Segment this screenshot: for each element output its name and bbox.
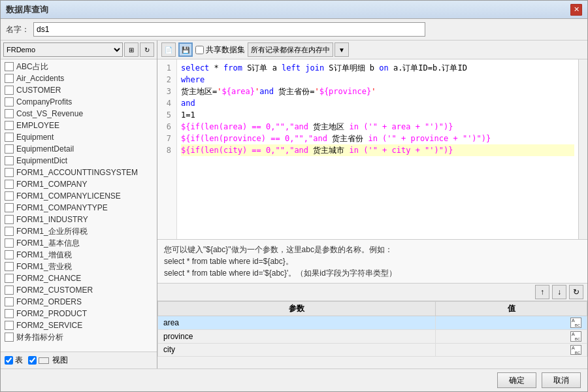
tree-item-label: FORM2_CUSTOMER	[16, 286, 93, 295]
view-checkbox-item[interactable]: 视图	[28, 355, 68, 366]
table-icon	[5, 203, 14, 212]
tree-item[interactable]: Air_Accidents	[1, 73, 157, 84]
tree-item[interactable]: FORM2_CUSTOMER	[1, 284, 157, 296]
tree-item[interactable]: FORM1_基本信息	[1, 237, 157, 249]
left-toolbar: FRDemo ⊞ ↻	[1, 41, 157, 59]
shared-dataset-label: 共享数据集	[206, 44, 245, 56]
view-checkbox[interactable]	[28, 356, 37, 365]
tree-item-label: FORM2_ORDERS	[16, 297, 82, 306]
code-content[interactable]: select * from S订单 a left join S订单明细 b on…	[177, 59, 578, 239]
tree-item[interactable]: CompanyProfits	[1, 96, 157, 108]
confirm-button[interactable]: 确定	[497, 372, 536, 388]
tree-item-label: FORM1_基本信息	[16, 238, 80, 249]
keyword: select	[181, 62, 209, 74]
tree-item[interactable]: CUSTOMER	[1, 84, 157, 96]
name-input[interactable]	[33, 22, 425, 37]
param-row[interactable]: provinceABC	[158, 329, 587, 343]
code-line: 货主地区='${area}' and 货主省份='${province}'	[181, 86, 574, 97]
code-line: select * from S订单 a left join S订单明细 b on…	[181, 62, 574, 74]
tree-item[interactable]: FORM1_ACCOUNTTINGSYSTEM	[1, 167, 157, 178]
table-icon	[5, 62, 14, 71]
tree-item[interactable]: Equipment	[1, 131, 157, 143]
tree-item[interactable]: 财务指标分析	[1, 331, 157, 343]
grid-icon-btn[interactable]: ⊞	[124, 42, 139, 57]
shared-dataset-check[interactable]	[195, 46, 204, 54]
line-numbers: 12345678	[157, 59, 177, 239]
tree-item[interactable]: EquipmentDetail	[1, 143, 157, 155]
code-line: and	[181, 97, 574, 109]
keyword: left join	[282, 62, 324, 74]
editor-scrollbar[interactable]	[578, 59, 587, 239]
database-query-dialog: 数据库查询 ✕ 名字： FRDemo ⊞ ↻ ABC占比Air_Accident…	[0, 0, 588, 392]
tree-item[interactable]: FORM2_PRODUCT	[1, 308, 157, 319]
tree-item[interactable]: FORM2_ORDERS	[1, 296, 157, 308]
refresh-params-btn[interactable]: ↻	[569, 285, 583, 299]
code-line: where	[181, 74, 574, 86]
params-data-table: 参数 值 areaABCprovinceABCcityABC	[157, 301, 587, 357]
tree-item-label: FORM1_COMPANYTYPE	[16, 203, 108, 212]
main-content: FRDemo ⊞ ↻ ABC占比Air_AccidentsCUSTOMERCom…	[1, 41, 587, 368]
param-name: city	[158, 343, 436, 357]
table-icon	[5, 86, 14, 95]
refresh-btn[interactable]: ↻	[140, 42, 154, 57]
table-icon	[5, 144, 14, 154]
tree-item[interactable]: FORM1_COMPANY	[1, 178, 157, 190]
tree-item[interactable]: FORM1_COMPANYTYPE	[1, 202, 157, 214]
tree-item[interactable]: FORM1_营业税	[1, 261, 157, 272]
tree-item[interactable]: FORM2_CHANCE	[1, 272, 157, 284]
table-checkbox-item[interactable]: 表	[5, 355, 23, 366]
table-checkbox-label: 表	[15, 355, 23, 366]
memory-dropdown-btn[interactable]: 所有记录都保存在内存中	[248, 42, 333, 57]
line-number: 5	[157, 109, 174, 121]
param-value[interactable]: ABC	[436, 329, 587, 343]
tree-item-label: FORM2_CHANCE	[16, 274, 81, 283]
close-button[interactable]: ✕	[570, 4, 582, 16]
tree-item-label: FORM2_PRODUCT	[16, 309, 87, 318]
tree-item[interactable]: FORM1_INDUSTRY	[1, 214, 157, 225]
param-value[interactable]: ABC	[436, 343, 587, 357]
editor-area[interactable]: 12345678 select * from S订单 a left join S…	[157, 59, 587, 240]
open-file-btn[interactable]: 📄	[161, 42, 176, 57]
cancel-button[interactable]: 取消	[542, 372, 581, 388]
table-icon	[5, 286, 14, 295]
param: ${province}	[319, 86, 371, 97]
sort-down-btn[interactable]: ↓	[552, 285, 566, 299]
tree-item-label: Cost_VS_Revenue	[16, 109, 83, 118]
memory-dropdown-arrow[interactable]: ▼	[335, 42, 349, 57]
datasource-dropdown[interactable]: FRDemo	[3, 42, 123, 57]
code-line: ${if(len(area) == 0,"","and 货主地区 in ('" …	[181, 121, 574, 133]
table-icon	[5, 109, 14, 118]
tree-item[interactable]: FORM1_增值税	[1, 249, 157, 261]
table-icon	[5, 121, 14, 130]
save-btn[interactable]: 💾	[178, 42, 193, 57]
tree-item-label: EMPLOYEE	[16, 121, 59, 130]
table-icon	[5, 156, 14, 165]
line-number: 8	[157, 144, 174, 156]
tree-item[interactable]: Cost_VS_Revenue	[1, 108, 157, 120]
tree-item[interactable]: EquipmentDict	[1, 155, 157, 167]
table-icon	[5, 297, 14, 306]
tree-item[interactable]: FORM2_SERVICE	[1, 319, 157, 331]
tree-item[interactable]: ABC占比	[1, 61, 157, 73]
tree-item-label: EquipmentDetail	[16, 144, 74, 154]
shared-dataset-checkbox[interactable]: 共享数据集	[195, 44, 245, 56]
memory-dropdown[interactable]: 所有记录都保存在内存中 ▼	[248, 42, 349, 57]
tree-item[interactable]: EMPLOYEE	[1, 120, 157, 131]
view-checkbox-label: 视图	[52, 355, 68, 366]
params-table: 参数 值 areaABCprovinceABCcityABC	[157, 301, 587, 368]
param-value[interactable]: ABC	[436, 316, 587, 330]
tree-item[interactable]: FORM1_COMPANYLICENSE	[1, 190, 157, 202]
sort-up-btn[interactable]: ↑	[535, 285, 549, 299]
table-icon	[5, 227, 14, 236]
title-bar: 数据库查询 ✕	[1, 1, 587, 19]
tree-item[interactable]: FORM1_企业所得税	[1, 225, 157, 237]
param-row[interactable]: areaABC	[158, 316, 587, 330]
param-row[interactable]: cityABC	[158, 343, 587, 357]
keyword: and	[181, 97, 195, 109]
line-number: 3	[157, 86, 174, 97]
table-icon	[5, 309, 14, 318]
table-icon	[5, 133, 14, 142]
tree-item-label: CUSTOMER	[16, 86, 61, 95]
table-checkbox[interactable]	[5, 356, 13, 365]
line-number: 4	[157, 97, 174, 109]
